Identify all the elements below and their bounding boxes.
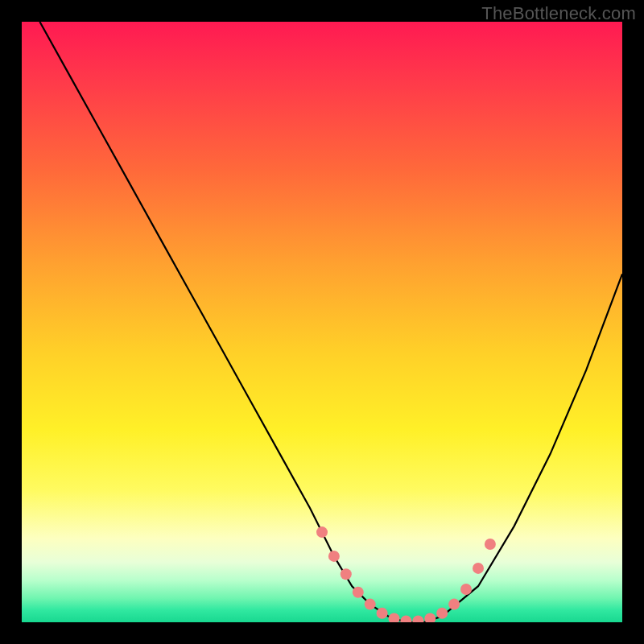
curve-marker	[473, 563, 484, 574]
curve-markers	[22, 22, 622, 622]
curve-marker	[460, 584, 472, 595]
curve-marker	[424, 613, 436, 623]
curve-marker	[365, 599, 376, 610]
curve-marker	[377, 608, 388, 619]
curve-marker	[328, 551, 340, 562]
curve-marker	[389, 613, 400, 623]
curve-marker	[412, 616, 423, 623]
curve-marker	[341, 568, 352, 580]
curve-marker	[436, 608, 448, 619]
curve-marker	[353, 587, 364, 598]
curve-marker	[316, 526, 328, 538]
curve-marker	[448, 599, 460, 610]
plot-area	[22, 22, 622, 622]
curve-marker	[485, 539, 496, 550]
curve-marker	[400, 616, 411, 623]
watermark-text: TheBottleneck.com	[481, 3, 636, 24]
